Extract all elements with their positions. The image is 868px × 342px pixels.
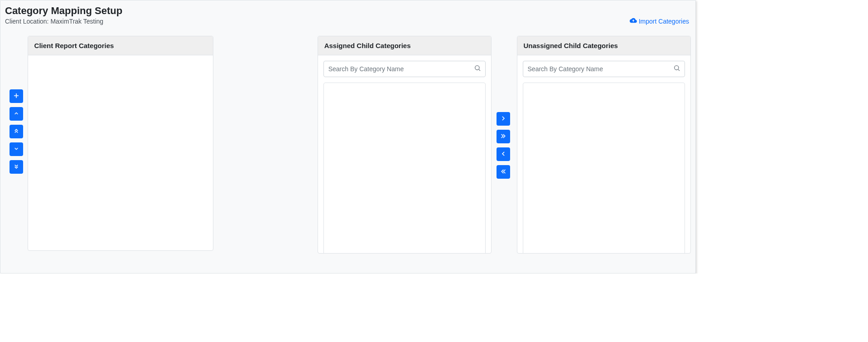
move-up-button[interactable] [10, 107, 23, 121]
assigned-child-categories-panel: Assigned Child Categories [318, 36, 492, 254]
move-bottom-button[interactable] [10, 160, 23, 174]
spacer [213, 36, 318, 258]
reorder-button-group [5, 36, 24, 258]
move-top-button[interactable] [10, 125, 23, 138]
add-category-button[interactable] [10, 89, 23, 103]
unassigned-listbox[interactable] [523, 83, 685, 254]
assigned-child-categories-body [318, 55, 491, 254]
assigned-search-wrap [323, 61, 486, 77]
page-container: Category Mapping Setup Client Location: … [0, 0, 696, 274]
cloud-upload-icon [630, 17, 637, 25]
move-down-button[interactable] [10, 142, 23, 156]
transfer-button-group [494, 36, 512, 258]
double-chevron-right-icon [500, 133, 506, 141]
double-chevron-down-icon [13, 163, 19, 171]
main-area: Client Report Categories Assigned Child … [5, 36, 691, 258]
page-subtitle: Client Location: MaximTrak Testing [5, 18, 691, 25]
unassigned-child-categories-panel: Unassigned Child Categories [517, 36, 691, 254]
unassigned-child-categories-body [517, 55, 690, 254]
assign-all-button[interactable] [497, 130, 510, 143]
chevron-up-icon [13, 110, 19, 118]
client-report-categories-header: Client Report Categories [28, 36, 213, 55]
spacer [515, 36, 517, 258]
unassigned-search-wrap [523, 61, 685, 77]
plus-icon [13, 93, 19, 100]
chevron-down-icon [13, 146, 19, 153]
assigned-search-input[interactable] [323, 61, 486, 77]
page-title: Category Mapping Setup [5, 5, 691, 17]
client-report-categories-body [28, 55, 213, 250]
client-report-categories-panel: Client Report Categories [28, 36, 213, 251]
import-categories-label: Import Categories [639, 18, 689, 25]
unassign-all-button[interactable] [497, 165, 510, 179]
unassigned-child-categories-header: Unassigned Child Categories [517, 36, 690, 55]
unassign-one-button[interactable] [497, 147, 510, 161]
import-categories-link[interactable]: Import Categories [630, 17, 689, 25]
chevron-right-icon [500, 115, 506, 123]
assigned-listbox[interactable] [323, 83, 486, 254]
assign-one-button[interactable] [497, 112, 510, 126]
double-chevron-left-icon [500, 168, 506, 176]
assigned-child-categories-header: Assigned Child Categories [318, 36, 491, 55]
chevron-left-icon [500, 151, 506, 158]
unassigned-search-input[interactable] [523, 61, 685, 77]
double-chevron-up-icon [13, 128, 19, 136]
